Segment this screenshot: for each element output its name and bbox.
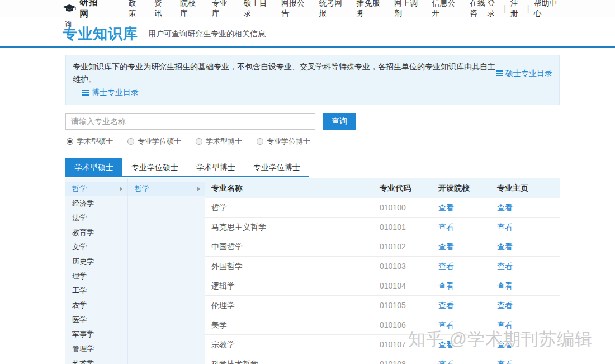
masters-catalog-link[interactable]: 硕士专业目录	[496, 60, 552, 86]
category-label: 法学	[72, 211, 87, 225]
major-code-cell: 010100	[380, 198, 438, 217]
radio-circle[interactable]	[67, 138, 73, 145]
doctoral-catalog-link[interactable]: 博士专业目录	[82, 86, 139, 99]
category-label: 理学	[72, 269, 87, 283]
tabs: 学术型硕士专业学位硕士学术型博士专业学位博士	[65, 158, 309, 177]
nav-item-1[interactable]: 政策	[129, 0, 140, 18]
tab-2[interactable]: 专业学位硕士	[122, 158, 187, 176]
major-code-cell: 010102	[380, 237, 438, 256]
view-homepage-link[interactable]: 查看	[497, 281, 513, 290]
view-homepage-link[interactable]: 查看	[497, 320, 513, 329]
major-name-cell: 哲学	[205, 198, 380, 217]
table-row: 哲学010100查看查看	[205, 198, 560, 218]
nav-item-2[interactable]: 资讯	[154, 0, 166, 18]
radio-option-3[interactable]: 学术型博士	[196, 136, 242, 146]
major-name-cell: 宗教学	[205, 335, 380, 354]
login-link[interactable]: 登录	[488, 0, 500, 18]
category-item[interactable]: 理学	[65, 269, 127, 283]
top-nav: 研招网 政策资讯院校库专业库硕士目录网报公告统考网报推免服务网上调剂信息公开在线…	[0, 0, 615, 17]
major-name-cell: 中国哲学	[205, 237, 380, 256]
view-homepage-link[interactable]: 查看	[497, 203, 513, 212]
view-homepage-link[interactable]: 查看	[497, 223, 513, 231]
category-item[interactable]: 管理学	[65, 342, 127, 356]
nav-separator: |	[504, 4, 506, 13]
table-row: 科学技术哲学010108查看查看	[205, 354, 560, 364]
chevron-right-icon	[120, 187, 122, 191]
table-row: 宗教学010107查看查看	[205, 335, 560, 354]
radio-label: 专业学位硕士	[138, 136, 181, 146]
nav-item-4[interactable]: 专业库	[212, 0, 230, 18]
register-link[interactable]: 注册	[510, 0, 523, 18]
radio-label: 学术型硕士	[77, 136, 113, 146]
radio-circle[interactable]	[196, 138, 202, 145]
tab-3[interactable]: 学术型博士	[187, 158, 244, 176]
radio-circle[interactable]	[257, 138, 263, 145]
view-schools-link[interactable]: 查看	[438, 262, 454, 271]
nav-item-10[interactable]: 信息公开	[432, 0, 455, 18]
chevron-right-icon	[197, 187, 200, 191]
category-item[interactable]: 哲学	[65, 182, 127, 196]
category-label: 艺术学	[72, 356, 94, 364]
help-center-link[interactable]: 帮助中心	[533, 0, 558, 18]
major-name-cell: 美学	[205, 315, 380, 334]
radio-option-1[interactable]: 学术型硕士	[67, 136, 113, 146]
category-item[interactable]: 艺术学	[65, 356, 127, 364]
search-row: 查询	[65, 113, 560, 130]
view-homepage-link[interactable]: 查看	[497, 301, 513, 310]
view-homepage-link[interactable]: 查看	[497, 340, 513, 349]
view-schools-link[interactable]: 查看	[438, 360, 454, 364]
view-schools-link[interactable]: 查看	[438, 320, 454, 329]
category-item[interactable]: 教育学	[65, 225, 127, 240]
view-homepage-link[interactable]: 查看	[497, 360, 513, 364]
subcategory-item[interactable]: 哲学	[128, 182, 205, 196]
tab-1[interactable]: 学术型硕士	[65, 158, 122, 176]
view-homepage-link[interactable]: 查看	[497, 242, 513, 251]
category-label: 哲学	[72, 182, 87, 196]
category-item[interactable]: 工学	[65, 283, 127, 298]
nav-item-8[interactable]: 推免服务	[357, 0, 380, 18]
view-schools-link[interactable]: 查看	[438, 340, 454, 349]
nav-item-7[interactable]: 统考网报	[319, 0, 342, 18]
stray-char: 询	[65, 20, 72, 29]
view-schools-link[interactable]: 查看	[438, 242, 454, 251]
major-code-cell: 010104	[380, 276, 438, 295]
radio-circle[interactable]	[127, 138, 134, 145]
view-homepage-link[interactable]: 查看	[497, 262, 513, 271]
subcategory-label: 哲学	[135, 182, 149, 196]
notice-banner: 专业知识库下的专业为研究生招生的基础专业，不包含自设专业、交叉学科等特殊专业，各…	[65, 55, 560, 105]
view-schools-link[interactable]: 查看	[438, 203, 454, 212]
main-area: 哲学经济学法学教育学文学历史学理学工学农学医学军事学管理学艺术学 哲学 专业名称…	[65, 178, 560, 364]
subcategory-list: 哲学	[127, 178, 205, 364]
nav-item-6[interactable]: 网报公告	[281, 0, 305, 18]
category-item[interactable]: 农学	[65, 298, 127, 313]
major-code-cell: 010108	[380, 354, 438, 364]
nav-separator: |	[527, 4, 529, 13]
nav-item-3[interactable]: 院校库	[180, 0, 198, 18]
search-input[interactable]	[65, 113, 315, 130]
nav-item-5[interactable]: 硕士目录	[244, 0, 267, 18]
header-cell: 开设院校	[438, 178, 497, 198]
category-item[interactable]: 军事学	[65, 327, 127, 342]
category-label: 文学	[72, 240, 87, 254]
major-code-cell: 010106	[380, 315, 438, 334]
major-name-cell: 逻辑学	[205, 276, 380, 295]
nav-item-11[interactable]: 在线咨	[470, 0, 488, 18]
radio-option-4[interactable]: 专业学位博士	[257, 136, 310, 146]
nav-menu: 政策资讯院校库专业库硕士目录网报公告统考网报推免服务网上调剂信息公开在线咨	[129, 0, 488, 18]
category-item[interactable]: 文学	[65, 240, 127, 254]
category-item[interactable]: 经济学	[65, 196, 127, 211]
major-code-cell: 010101	[380, 218, 438, 237]
view-schools-link[interactable]: 查看	[438, 301, 454, 310]
header-cell: 专业名称	[205, 178, 380, 198]
category-item[interactable]: 医学	[65, 313, 127, 327]
nav-item-9[interactable]: 网上调剂	[394, 0, 418, 18]
view-schools-link[interactable]: 查看	[438, 223, 454, 231]
tab-4[interactable]: 专业学位博士	[244, 158, 309, 176]
view-schools-link[interactable]: 查看	[438, 281, 454, 290]
radio-option-2[interactable]: 专业学位硕士	[127, 136, 181, 146]
category-item[interactable]: 法学	[65, 211, 127, 225]
list-icon	[82, 90, 89, 96]
notice-text: 专业知识库下的专业为研究生招生的基础专业，不包含自设专业、交叉学科等特殊专业，各…	[73, 60, 496, 86]
search-button[interactable]: 查询	[323, 113, 356, 130]
category-item[interactable]: 历史学	[65, 254, 127, 269]
